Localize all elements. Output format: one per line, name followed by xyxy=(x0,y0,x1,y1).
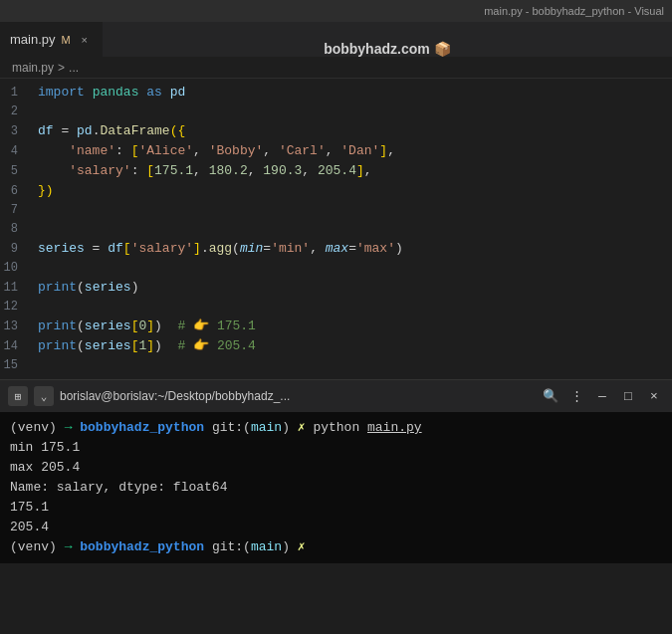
line-number: 14 xyxy=(0,337,28,356)
terminal-line: (venv) → bobbyhadz_python git:(main) ✗ xyxy=(10,537,662,557)
line-number: 6 xyxy=(0,182,28,201)
terminal-panel: ⊞ ⌄ borislav@borislav:~/Desktop/bobbyhad… xyxy=(0,379,672,563)
code-line: 2 xyxy=(0,103,672,121)
line-number: 3 xyxy=(0,122,28,141)
line-number: 7 xyxy=(0,201,28,220)
code-line: 10 xyxy=(0,259,672,278)
title-bar: main.py - bobbyhadz_python - Visual xyxy=(0,0,672,22)
terminal-body: (venv) → bobbyhadz_python git:(main) ✗ p… xyxy=(0,412,672,563)
line-content: 'name': ['Alice', 'Bobby', 'Carl', 'Dan'… xyxy=(28,141,395,160)
breadcrumb-file: main.py xyxy=(12,61,54,75)
breadcrumb-rest: ... xyxy=(69,61,79,75)
line-content: df = pd.DataFrame({ xyxy=(28,121,185,140)
line-content: print(series) xyxy=(28,278,138,297)
line-number: 11 xyxy=(0,279,28,298)
code-line: 9series = df['salary'].agg(min='min', ma… xyxy=(0,239,672,259)
site-name: bobbyhadz.com 📦 xyxy=(324,41,450,57)
terminal-controls: 🔍 ⋮ — □ × xyxy=(541,386,664,406)
code-line: 12 xyxy=(0,298,672,317)
line-number: 10 xyxy=(0,259,28,278)
breadcrumb: main.py > ... xyxy=(0,57,672,79)
code-line: 14print(series[1]) # 👉 205.4 xyxy=(0,336,672,356)
code-line: 5 'salary': [175.1, 180.2, 190.3, 205.4]… xyxy=(0,161,672,181)
terminal-search-button[interactable]: 🔍 xyxy=(541,386,560,406)
file-tab[interactable]: main.py M × xyxy=(0,22,103,57)
code-line: 4 'name': ['Alice', 'Bobby', 'Carl', 'Da… xyxy=(0,141,672,161)
tab-modified-indicator: M xyxy=(62,34,71,46)
tab-filename: main.py xyxy=(10,32,56,47)
code-line: 7 xyxy=(0,201,672,220)
line-number: 13 xyxy=(0,317,28,336)
terminal-line: Name: salary, dtype: float64 xyxy=(10,478,662,498)
terminal-line: 205.4 xyxy=(10,518,662,537)
line-number: 15 xyxy=(0,356,28,375)
line-number: 12 xyxy=(0,298,28,317)
terminal-line: (venv) → bobbyhadz_python git:(main) ✗ p… xyxy=(10,418,662,438)
tab-bar: main.py M × bobbyhadz.com 📦 xyxy=(0,22,672,57)
line-number: 4 xyxy=(0,142,28,161)
terminal-maximize-button[interactable]: □ xyxy=(618,386,638,406)
tab-bar-center: bobbyhadz.com 📦 xyxy=(103,41,672,57)
terminal-header: ⊞ ⌄ borislav@borislav:~/Desktop/bobbyhad… xyxy=(0,380,672,412)
line-content: }) xyxy=(28,181,54,200)
code-line: 3df = pd.DataFrame({ xyxy=(0,121,672,141)
terminal-line: max 205.4 xyxy=(10,458,662,478)
code-line: 11print(series) xyxy=(0,278,672,298)
terminal-chevron-button[interactable]: ⌄ xyxy=(34,386,54,406)
terminal-close-button[interactable]: × xyxy=(644,386,664,406)
line-content: print(series[1]) # 👉 205.4 xyxy=(28,336,256,355)
line-number: 2 xyxy=(0,103,28,121)
code-editor: 1import pandas as pd23df = pd.DataFrame(… xyxy=(0,79,672,379)
terminal-title: borislav@borislav:~/Desktop/bobbyhadz_..… xyxy=(60,389,535,403)
code-line: 1import pandas as pd xyxy=(0,83,672,103)
tab-close-button[interactable]: × xyxy=(77,34,93,46)
code-line: 13print(series[0]) # 👉 175.1 xyxy=(0,317,672,336)
line-number: 9 xyxy=(0,240,28,259)
line-content: print(series[0]) # 👉 175.1 xyxy=(28,317,256,335)
terminal-minimize-button[interactable]: — xyxy=(592,386,612,406)
terminal-line: min 175.1 xyxy=(10,438,662,458)
line-number: 1 xyxy=(0,84,28,103)
breadcrumb-separator: > xyxy=(58,61,65,75)
code-line: 15 xyxy=(0,356,672,375)
line-number: 5 xyxy=(0,162,28,181)
line-content: series = df['salary'].agg(min='min', max… xyxy=(28,239,403,258)
window-title: main.py - bobbyhadz_python - Visual xyxy=(484,5,664,17)
terminal-more-button[interactable]: ⋮ xyxy=(566,386,586,406)
code-line: 6}) xyxy=(0,181,672,201)
terminal-icon-button[interactable]: ⊞ xyxy=(8,386,28,406)
terminal-line: 175.1 xyxy=(10,498,662,518)
line-content: 'salary': [175.1, 180.2, 190.3, 205.4], xyxy=(28,161,372,180)
line-content: import pandas as pd xyxy=(28,83,185,102)
code-line: 8 xyxy=(0,220,672,239)
line-number: 8 xyxy=(0,220,28,239)
